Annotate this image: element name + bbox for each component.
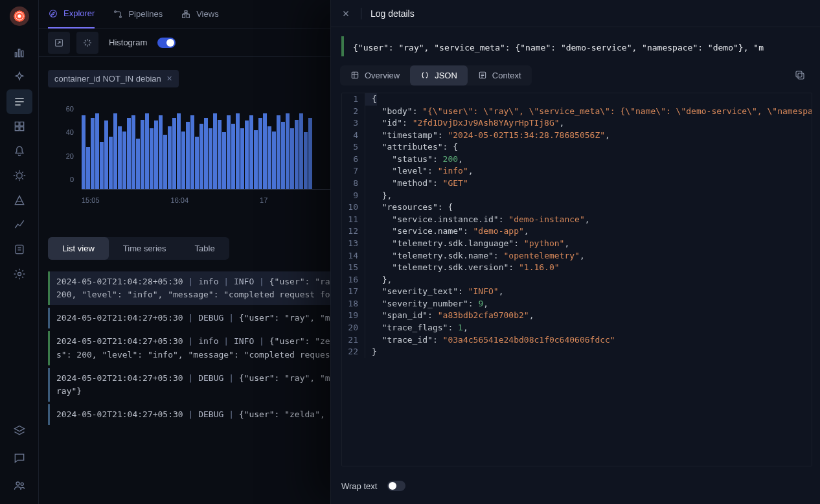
bar: [209, 128, 212, 189]
code-line: 21 "trace_id": "03a4c56541e24bd08c1f0c64…: [342, 334, 812, 347]
panel-header: Log details: [331, 0, 820, 27]
panel-tab-overview[interactable]: Overview: [340, 65, 410, 86]
bar: [181, 132, 185, 189]
bar: [163, 135, 167, 190]
brand-logo[interactable]: [10, 6, 29, 26]
svg-rect-21: [352, 72, 358, 78]
svg-point-15: [115, 10, 117, 12]
layers-icon[interactable]: [6, 418, 32, 443]
panel-tab-json[interactable]: JSON: [410, 65, 468, 86]
close-panel-button[interactable]: [340, 8, 352, 19]
bar-chart-icon[interactable]: [6, 40, 32, 65]
segment-ts[interactable]: Time series: [109, 237, 181, 260]
bar: [127, 118, 131, 190]
code-line: 1{: [342, 93, 812, 106]
bar: [254, 130, 258, 189]
code-line: 10 "resources": {: [342, 201, 812, 214]
segment-list[interactable]: List view: [48, 237, 109, 260]
panel-tabs: OverviewJSONContext: [340, 65, 532, 86]
logs-icon[interactable]: [6, 89, 32, 114]
tab-pipelines[interactable]: Pipelines: [113, 0, 163, 29]
bar: [118, 126, 122, 190]
bug-icon[interactable]: [6, 163, 32, 188]
y-tick: 0: [48, 176, 74, 183]
tab-label: Views: [196, 9, 218, 19]
bar: [122, 132, 126, 189]
bar: [86, 147, 90, 189]
close-icon[interactable]: ✕: [166, 74, 172, 83]
code-line: 2 "body": "{\"user\": \"ray\", \"service…: [342, 106, 812, 118]
dashboards-icon[interactable]: [6, 114, 32, 139]
panel-tabs-row: OverviewJSONContext: [331, 58, 820, 93]
wrap-text-label: Wrap text: [341, 481, 377, 491]
open-in-new-icon-button[interactable]: [48, 32, 70, 54]
users-icon[interactable]: [6, 473, 32, 498]
sparkle-icon-button[interactable]: [76, 32, 98, 54]
code-line: 11 "service.instance.id": "demo-instance…: [342, 214, 812, 226]
line-chart-icon[interactable]: [6, 212, 32, 237]
code-line: 20 "trace_flags": 1,: [342, 322, 812, 334]
svg-point-13: [21, 483, 23, 485]
code-line: 22}: [342, 346, 812, 358]
segment-table[interactable]: Table: [181, 237, 229, 260]
code-line: 4 "timestamp": "2024-05-02T15:34:28.7868…: [342, 130, 812, 142]
bar: [186, 122, 190, 189]
pyramid-icon[interactable]: [6, 188, 32, 212]
svg-rect-8: [19, 127, 23, 131]
y-tick: 60: [48, 106, 74, 113]
filter-chip[interactable]: container_id NOT_IN debian ✕: [48, 70, 179, 87]
bar: [227, 115, 231, 189]
bar: [231, 124, 235, 189]
svg-point-12: [16, 482, 19, 485]
code-line: 19 "span_id": "a83bdb2cfa9700b2",: [342, 310, 812, 322]
json-viewer[interactable]: 1{2 "body": "{\"user\": \"ray\", \"servi…: [341, 93, 812, 466]
bar: [109, 137, 113, 189]
bar: [299, 113, 303, 189]
bar: [172, 118, 176, 190]
bar: [177, 113, 181, 189]
bar: [190, 115, 194, 189]
tab-explorer[interactable]: Explorer: [48, 0, 95, 29]
bar: [218, 120, 222, 189]
alerts-icon[interactable]: [6, 139, 32, 163]
bar: [113, 113, 117, 189]
code-line: 14 "telemetry.sdk.name": "opentelemetry"…: [342, 250, 812, 262]
code-line: 8 "method": "GET": [342, 178, 812, 190]
wrap-text-toggle[interactable]: [387, 481, 405, 491]
bar: [136, 139, 140, 189]
sparkle-icon[interactable]: [6, 65, 32, 89]
code-line: 12 "service.name": "demo-app",: [342, 225, 812, 238]
panel-tab-label: JSON: [435, 71, 457, 80]
y-tick: 20: [48, 153, 74, 160]
code-line: 13 "telemetry.sdk.language": "python",: [342, 238, 812, 250]
nav-rail: [0, 0, 39, 504]
billing-icon[interactable]: [6, 237, 32, 262]
bar: [240, 128, 244, 189]
code-line: 6 "status": 200,: [342, 154, 812, 166]
bar: [195, 137, 199, 189]
bar: [91, 118, 95, 190]
svg-point-16: [120, 16, 122, 17]
log-details-panel: Log details {"user": "ray", "service_met…: [330, 0, 820, 504]
bar: [268, 126, 271, 190]
panel-tab-label: Overview: [365, 71, 400, 80]
panel-tab-context[interactable]: Context: [468, 65, 532, 86]
histogram-toggle[interactable]: [157, 38, 176, 48]
bar: [258, 118, 262, 190]
panel-summary: {"user": "ray", "service_meta": {"name":…: [341, 36, 814, 56]
svg-rect-6: [19, 122, 23, 126]
settings-icon[interactable]: [6, 262, 32, 286]
bar: [295, 120, 299, 189]
chat-icon[interactable]: [6, 446, 32, 470]
tab-views[interactable]: Views: [181, 0, 218, 29]
x-tick: 17: [260, 196, 268, 204]
code-line: 17 "severity_text": "INFO",: [342, 286, 812, 298]
svg-rect-7: [15, 127, 19, 131]
panel-footer: Wrap text: [331, 474, 820, 504]
chart-y-axis: 6040200: [48, 106, 74, 183]
copy-icon-button[interactable]: [789, 64, 811, 86]
bar: [272, 132, 276, 189]
bar: [100, 142, 104, 189]
y-tick: 40: [48, 129, 74, 136]
panel-title: Log details: [370, 8, 415, 19]
